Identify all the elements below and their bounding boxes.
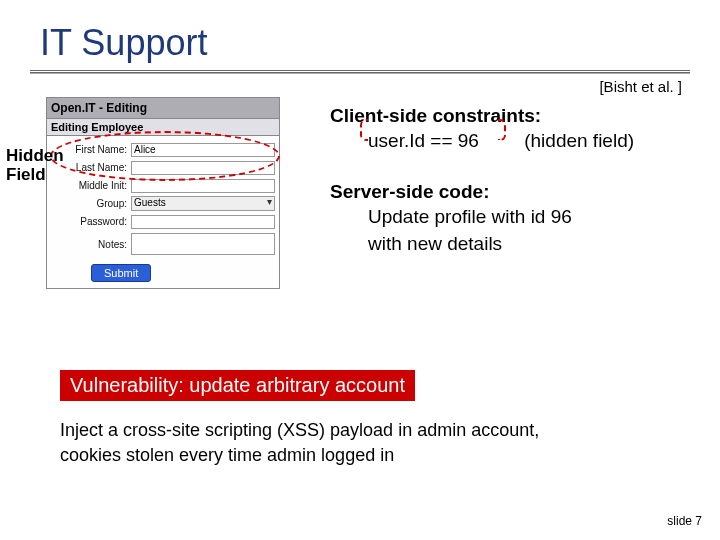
row-password: Password: [51, 213, 275, 230]
form-body: First Name: Alice Last Name: Middle Init… [46, 136, 280, 289]
notes-label: Notes: [51, 239, 131, 250]
group-label: Group: [51, 198, 131, 209]
row-group: Group: Guests [51, 195, 275, 212]
client-paren: (hidden field) [524, 127, 634, 155]
bracket-left [360, 119, 368, 141]
server-line1: Update profile with id 96 [330, 203, 680, 231]
slide-title: IT Support [0, 0, 720, 70]
hidden-label-line1: Hidden [6, 146, 64, 165]
hidden-field-callout: Hidden Field [6, 147, 64, 184]
form-header: Open.IT - Editing [46, 97, 280, 119]
form-subheader: Editing Employee [46, 119, 280, 136]
hidden-label-line2: Field [6, 165, 46, 184]
notes-textarea[interactable] [131, 233, 275, 255]
row-notes: Notes: [51, 231, 275, 257]
explain-line2: cookies stolen every time admin logged i… [60, 445, 394, 465]
slide-number: slide 7 [667, 514, 702, 528]
firstname-input[interactable]: Alice [131, 143, 275, 157]
client-expr: user.Id == 96 [368, 130, 479, 151]
row-lastname: Last Name: [51, 159, 275, 176]
explain-line1: Inject a cross-site scripting (XSS) payl… [60, 420, 539, 440]
content-area: Open.IT - Editing Editing Employee First… [0, 95, 720, 258]
row-firstname: First Name: Alice [51, 141, 275, 158]
password-label: Password: [51, 216, 131, 227]
bracket-right [498, 119, 506, 141]
server-heading: Server-side code: [330, 181, 680, 203]
lastname-input[interactable] [131, 161, 275, 175]
explanation: Inject a cross-site scripting (XSS) payl… [60, 418, 539, 468]
password-input[interactable] [131, 215, 275, 229]
form-mock: Open.IT - Editing Editing Employee First… [46, 97, 280, 289]
group-select[interactable]: Guests [131, 196, 275, 211]
vulnerability-box: Vulnerability: update arbitrary account [60, 370, 415, 401]
citation: [Bisht et al. ] [0, 74, 720, 95]
middle-input[interactable] [131, 179, 275, 193]
submit-button[interactable]: Submit [91, 264, 151, 282]
server-line2: with new details [330, 230, 680, 258]
row-middle: Middle Init: [51, 177, 275, 194]
